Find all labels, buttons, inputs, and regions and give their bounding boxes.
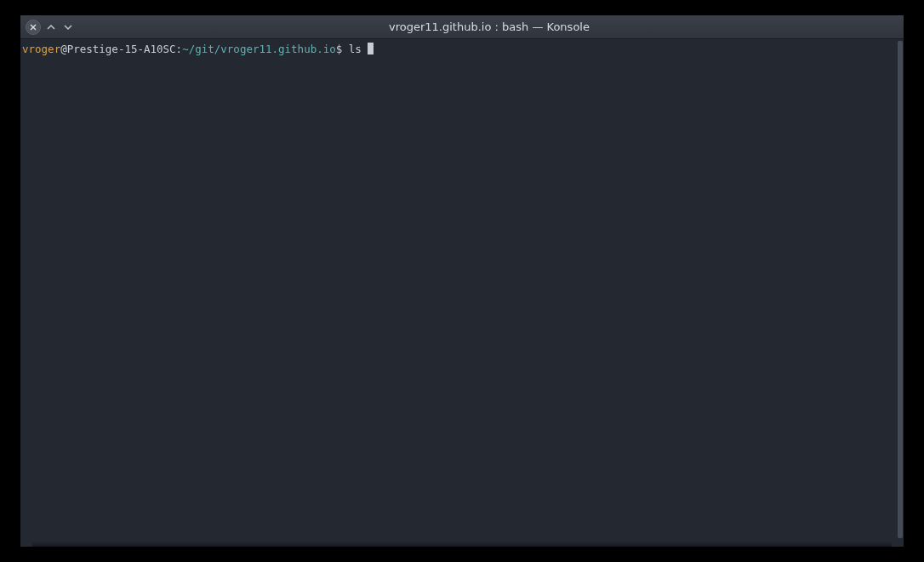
bottom-shadow [32, 542, 892, 547]
close-button[interactable] [26, 20, 41, 35]
prompt-user: vroger [22, 43, 60, 55]
titlebar-controls [26, 20, 75, 35]
chevron-down-button[interactable] [61, 20, 75, 34]
prompt-line: vroger@Prestige-15-A10SC:~/git/vroger11.… [22, 43, 374, 55]
window-title: vroger11.github.io : bash — Konsole [80, 20, 898, 33]
prompt-host: @Prestige-15-A10SC: [60, 43, 182, 55]
chevron-up-icon [46, 22, 56, 32]
chevron-up-button[interactable] [44, 20, 58, 34]
chevron-down-icon [63, 22, 73, 32]
konsole-window: vroger11.github.io : bash — Konsole vrog… [20, 15, 904, 547]
command-value: ls [349, 43, 368, 55]
scrollbar-thumb[interactable] [898, 41, 903, 538]
terminal-area[interactable]: vroger@Prestige-15-A10SC:~/git/vroger11.… [20, 39, 904, 547]
command-text: ls [342, 43, 368, 55]
prompt-path: ~/git/vroger11.github.io [182, 43, 336, 55]
scrollbar[interactable] [898, 41, 903, 538]
titlebar: vroger11.github.io : bash — Konsole [20, 15, 904, 39]
terminal-content: vroger@Prestige-15-A10SC:~/git/vroger11.… [22, 43, 902, 543]
close-icon [29, 23, 37, 32]
cursor [368, 43, 374, 54]
